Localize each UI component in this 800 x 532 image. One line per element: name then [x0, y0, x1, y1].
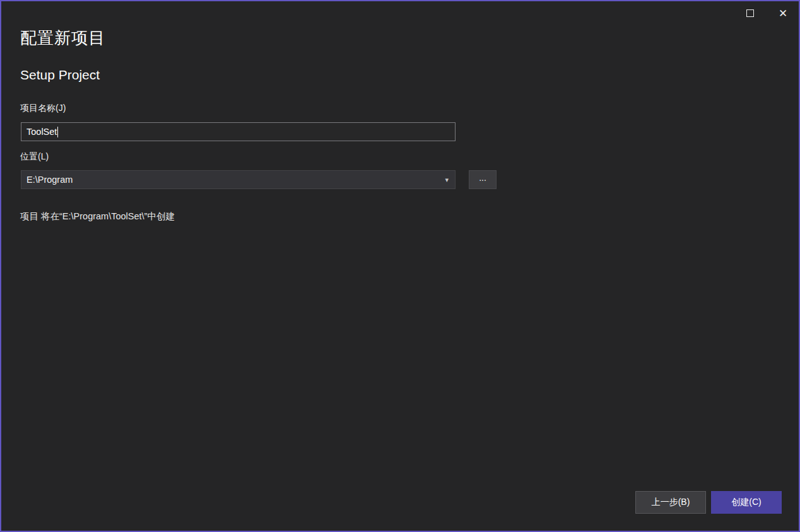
back-button[interactable]: 上一步(B) [635, 491, 706, 514]
close-icon: ✕ [779, 8, 787, 19]
configure-project-dialog: ✕ 配置新项目 Setup Project 项目名称(J) ToolSet 位置… [0, 0, 800, 532]
location-value: E:\Program [26, 175, 445, 185]
location-dropdown[interactable]: E:\Program ▾ [21, 170, 456, 189]
project-path-helper-text: 项目 将在“E:\Program\ToolSet\”中创建 [20, 211, 175, 223]
chevron-down-icon: ▾ [445, 176, 449, 183]
create-button[interactable]: 创建(C) [711, 491, 782, 514]
project-name-input[interactable]: ToolSet [21, 122, 456, 141]
maximize-button[interactable] [739, 4, 761, 23]
close-button[interactable]: ✕ [772, 4, 794, 23]
maximize-icon [746, 9, 754, 17]
location-label: 位置(L) [20, 151, 49, 163]
project-name-value: ToolSet [26, 127, 57, 137]
text-caret [57, 127, 58, 137]
browse-button[interactable]: ... [469, 170, 497, 189]
project-name-label: 项目名称(J) [20, 103, 66, 114]
page-subtitle: Setup Project [20, 67, 100, 83]
page-title: 配置新项目 [20, 27, 105, 49]
titlebar-controls: ✕ [739, 4, 794, 23]
